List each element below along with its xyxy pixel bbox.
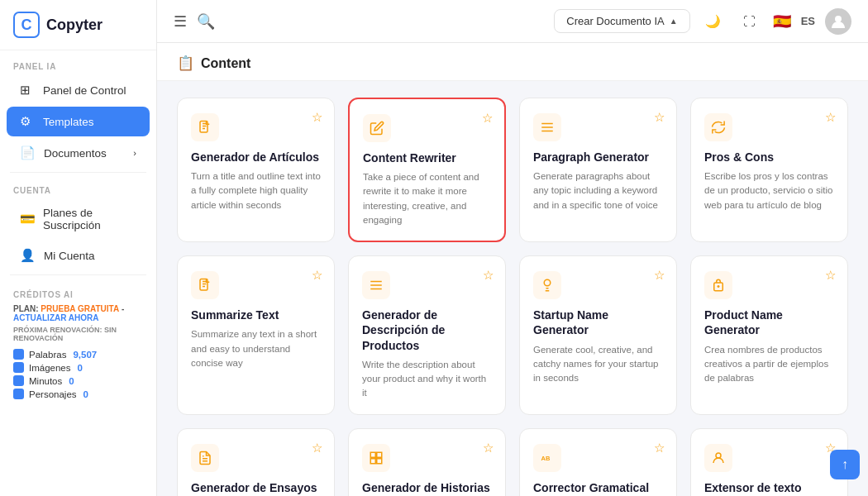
star-icon[interactable]: ☆ [483, 268, 494, 283]
avatar[interactable] [825, 8, 851, 35]
topbar: ☰ 🔍 Crear Documento IA ▲ 🌙 ⛶ 🇪🇸 ES [157, 0, 868, 43]
credit-row-palabras: Palabras 9,507 [13, 349, 143, 360]
card-desc: Summarize any text in a short and easy t… [191, 327, 321, 370]
card-desc: Generate cool, creative, and catchy name… [533, 343, 663, 386]
credit-label: Imágenes [29, 363, 71, 373]
plan-update-link[interactable]: ACTUALIZAR AHORA [13, 313, 99, 322]
star-icon[interactable]: ☆ [482, 111, 493, 126]
content-header-icon: 📋 [177, 55, 194, 72]
sidebar: C Copyter PANEL IA ⊞ Panel de Control ⚙ … [0, 0, 157, 496]
card-generador-articulos[interactable]: ☆ Generador de Artículos Turn a title an… [177, 98, 335, 242]
cards-grid: ☆ Generador de Artículos Turn a title an… [157, 81, 868, 496]
chevron-up-icon: ▲ [670, 17, 678, 26]
card-icon [363, 114, 391, 142]
sidebar-item-planes[interactable]: 💳 Planes de Suscripción [7, 199, 150, 239]
credit-value: 0 [69, 376, 74, 386]
svg-rect-15 [370, 452, 375, 457]
credit-row-minutos: Minutos 0 [13, 375, 143, 386]
svg-point-0 [835, 16, 842, 22]
card-startup-name[interactable]: ☆ Startup Name Generator Generate cool, … [519, 255, 677, 414]
card-title: Startup Name Generator [533, 308, 663, 337]
card-paragraph-generator[interactable]: ☆ Paragraph Generator Generate paragraph… [519, 98, 677, 242]
sidebar-item-documentos[interactable]: 📄 Documentos › [7, 138, 150, 168]
card-title: Summarize Text [191, 308, 321, 322]
card-desc: Write the description about your product… [362, 358, 492, 401]
cuenta-section-label: CUENTA [0, 176, 156, 198]
credit-value: 0 [83, 389, 88, 399]
scroll-to-top-button[interactable]: ↑ [830, 450, 860, 479]
credit-label: Palabras [29, 350, 66, 360]
sidebar-item-templates[interactable]: ⚙ Templates [7, 107, 150, 136]
card-product-name[interactable]: ☆ Product Name Generator Crea nombres de… [690, 255, 848, 414]
card-extensor-texto[interactable]: ☆ Extensor de texto Amplíe sus frases co… [690, 428, 848, 497]
menu-icon[interactable]: ☰ [174, 12, 187, 31]
grid-icon: ⊞ [20, 83, 35, 98]
card-title: Product Name Generator [704, 308, 834, 337]
card-summarize-text[interactable]: ☆ Summarize Text Summarize any text in a… [177, 255, 335, 414]
card-title: Corrector Gramatical [533, 480, 663, 495]
star-icon[interactable]: ☆ [654, 441, 665, 455]
gear-icon: ⚙ [20, 114, 35, 129]
credits-label: CRÉDITOS AI [13, 290, 143, 304]
card-icon: 💳 [20, 212, 35, 227]
card-title: Paragraph Generator [533, 150, 663, 165]
svg-text:AB: AB [541, 455, 551, 462]
star-icon[interactable]: ☆ [312, 110, 322, 125]
card-title: Generador de Ensayos [191, 480, 321, 495]
star-icon[interactable]: ☆ [483, 441, 494, 455]
star-icon[interactable]: ☆ [312, 441, 322, 455]
card-title: Pros & Cons [704, 150, 834, 165]
fullscreen-icon[interactable]: ⛶ [737, 8, 763, 35]
sidebar-item-label: Templates [43, 116, 94, 128]
search-icon[interactable]: 🔍 [197, 12, 215, 31]
renewal-label: PRÓXIMA RENOVACIÓN: SIN RENOVACIÓN [13, 326, 143, 342]
star-icon[interactable]: ☆ [654, 268, 665, 283]
theme-toggle-icon[interactable]: 🌙 [700, 8, 727, 35]
star-icon[interactable]: ☆ [312, 268, 322, 283]
credit-label: Minutos [29, 376, 62, 386]
card-pros-cons[interactable]: ☆ Pros & Cons Escribe los pros y los con… [690, 98, 848, 242]
svg-rect-17 [370, 458, 375, 463]
star-icon[interactable]: ☆ [825, 110, 836, 125]
svg-point-20 [716, 453, 721, 458]
credit-value: 9,507 [73, 350, 97, 360]
content-area: 📋 Content ☆ Generador de Artículos Turn … [157, 43, 868, 496]
star-icon[interactable]: ☆ [654, 110, 665, 125]
create-document-button[interactable]: Crear Documento IA ▲ [554, 9, 689, 33]
card-desc: Take a piece of content and rewrite it t… [363, 170, 491, 227]
star-icon[interactable]: ☆ [825, 268, 836, 283]
flag-icon[interactable]: 🇪🇸 [773, 12, 791, 31]
credit-dot [13, 389, 24, 399]
card-icon [704, 444, 732, 472]
chevron-right-icon: › [133, 148, 136, 158]
content-header: 📋 Content [157, 43, 868, 81]
card-icon [704, 113, 732, 141]
card-generador-descripcion[interactable]: ☆ Generador de Descripción de Productos … [348, 255, 506, 414]
card-icon [533, 271, 561, 299]
topbar-right: Crear Documento IA ▲ 🌙 ⛶ 🇪🇸 ES [554, 8, 851, 35]
card-title: Generador de Historias [362, 480, 492, 495]
card-title: Generador de Descripción de Productos [362, 308, 492, 353]
credit-dot [13, 349, 24, 360]
card-title: Content Rewriter [363, 150, 491, 165]
credit-dot [13, 375, 24, 386]
card-title: Generador de Artículos [191, 150, 321, 165]
plan-label: PLAN: PRUEBA GRATUITA - ACTUALIZAR AHORA [13, 304, 143, 322]
app-name: Copyter [46, 17, 103, 34]
sidebar-item-panel[interactable]: ⊞ Panel de Control [7, 75, 150, 105]
card-corrector-gramatical[interactable]: ☆ AB Corrector Gramatical Asegúrese de q… [519, 428, 677, 497]
topbar-left: ☰ 🔍 [174, 12, 215, 31]
svg-point-9 [544, 279, 551, 286]
content-header-title: Content [201, 56, 250, 71]
credit-label: Personajes [29, 389, 77, 399]
card-content-rewriter[interactable]: ☆ Content Rewriter Take a piece of conte… [348, 98, 506, 242]
credit-dot [13, 362, 24, 373]
plan-separator: - [122, 304, 124, 313]
card-icon [191, 271, 219, 299]
card-desc: Turn a title and outline text into a ful… [191, 169, 321, 212]
plan-trial-link[interactable]: PRUEBA GRATUITA [41, 304, 119, 313]
sidebar-item-micuenta[interactable]: 👤 Mi Cuenta [7, 241, 150, 270]
card-generador-historias[interactable]: ☆ Generador de Historias Permita que la … [348, 428, 506, 497]
language-label[interactable]: ES [801, 15, 815, 27]
card-generador-ensayos[interactable]: ☆ Generador de Ensayos Crea ensayos acad… [177, 428, 335, 497]
